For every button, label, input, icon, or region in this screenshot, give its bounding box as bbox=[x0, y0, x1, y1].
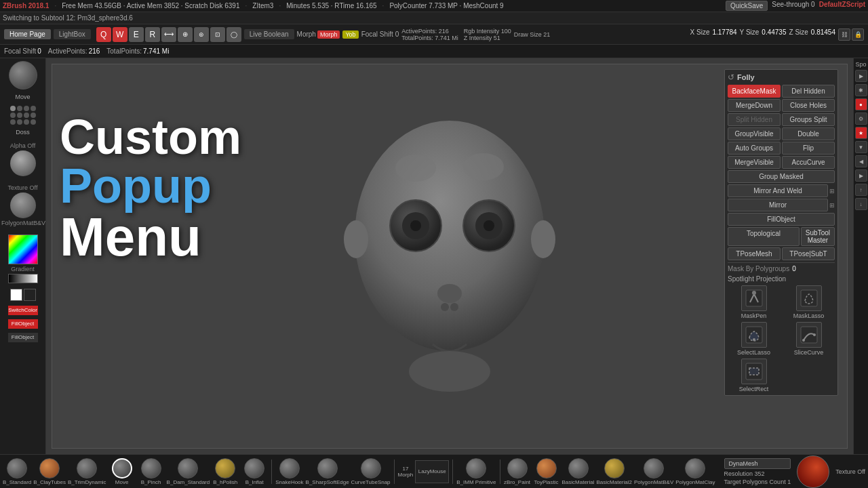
misc-btn1[interactable]: ⊕ bbox=[178, 27, 193, 42]
side-icon-3[interactable]: ● bbox=[855, 98, 867, 110]
merge-visible-btn[interactable]: MergeVisible bbox=[728, 156, 781, 169]
link-size-btn[interactable]: ⛓ bbox=[838, 28, 850, 41]
morph-bottom-label: Morph bbox=[398, 472, 414, 478]
alpha-sphere[interactable] bbox=[10, 150, 36, 176]
left-panel: Move Doss Alpha Off Texture Off FolygonM… bbox=[0, 58, 46, 454]
accu-curve-btn[interactable]: AccuCurve bbox=[782, 156, 835, 169]
group-visible-btn[interactable]: GroupVisible bbox=[728, 127, 781, 140]
brush-curvetubesnap[interactable]: CurveTubeSnap bbox=[351, 458, 391, 485]
close-holes-btn[interactable]: Close Holes bbox=[782, 99, 835, 112]
mat-polygonmatbv[interactable]: PolygonMatB&V bbox=[634, 458, 673, 485]
auto-groups-btn[interactable]: Auto Groups bbox=[728, 142, 781, 155]
flip-btn[interactable]: Flip bbox=[782, 142, 835, 155]
fill-object-btn[interactable]: FillObject bbox=[8, 319, 38, 329]
color-picker[interactable] bbox=[8, 235, 38, 264]
move-mode-btn[interactable]: W bbox=[113, 27, 127, 42]
double-btn[interactable]: Double bbox=[782, 127, 835, 140]
merge-down-btn[interactable]: MergeDown bbox=[728, 99, 781, 112]
brush-b-pinch[interactable]: B_Pinch bbox=[138, 458, 165, 485]
brush-b-dam[interactable]: B_Dam_Standard bbox=[167, 458, 210, 485]
mask-polygroups-row: Mask By Polygroups 0 bbox=[728, 265, 835, 272]
brush-sharpedge[interactable]: B_SharpSoftEdge bbox=[306, 458, 349, 485]
backface-mask-btn[interactable]: BackfaceMask bbox=[728, 85, 781, 98]
misc-btn2[interactable]: ⊚ bbox=[194, 27, 209, 42]
mirror-btn[interactable]: Mirror bbox=[728, 199, 828, 211]
brush-label-standard: B_Standard bbox=[3, 479, 31, 485]
popup-title: Folly bbox=[737, 73, 755, 81]
topological-btn[interactable]: Topological bbox=[728, 227, 800, 246]
morph-btn[interactable]: Morph bbox=[317, 30, 340, 39]
side-icon-8[interactable]: ▶ bbox=[855, 169, 867, 182]
tpose-subt-btn[interactable]: TPose|SubT bbox=[782, 247, 835, 260]
brush-move[interactable]: Move bbox=[108, 458, 136, 485]
fill-object-popup-btn[interactable]: FillObject bbox=[728, 213, 835, 226]
dynmesh-btn[interactable]: DynaMesh bbox=[724, 458, 791, 469]
side-icon-4[interactable]: ⚙ bbox=[855, 113, 867, 125]
selectrect-label: SelectRect bbox=[739, 386, 769, 392]
default-zscript[interactable]: DefaultZScript bbox=[819, 1, 865, 11]
subtool-master-btn[interactable]: SubToolMaster bbox=[801, 227, 835, 246]
brush-b-inflat[interactable]: B_Inflat bbox=[241, 458, 268, 485]
brush-b-claytube[interactable]: B_ClayTubes bbox=[33, 458, 66, 485]
preview-sphere[interactable] bbox=[797, 455, 829, 488]
tab-live-boolean[interactable]: Live Boolean bbox=[244, 29, 294, 39]
tab-home-page[interactable]: Home Page bbox=[4, 29, 51, 39]
groups-split-btn[interactable]: Groups Split bbox=[782, 113, 835, 126]
spotlight-masklasso[interactable]: MaskLasso bbox=[783, 285, 835, 319]
gradient-bar[interactable] bbox=[8, 274, 38, 283]
brush-zmodeler[interactable]: B_IMM Primitive bbox=[456, 458, 496, 485]
spotlight-selectrect[interactable]: SelectRect bbox=[728, 359, 780, 392]
total-val: 7.741 Mi bbox=[143, 47, 169, 55]
split-hidden-btn[interactable]: Split Hidden bbox=[728, 113, 781, 126]
masklasso-icon bbox=[796, 285, 822, 311]
tab-lightbox[interactable]: LightBox bbox=[54, 29, 91, 39]
spotlight-selectlasso[interactable]: SelectLasso bbox=[728, 322, 780, 356]
brush-b-trimdynamic[interactable]: B_TrimDynamic bbox=[68, 458, 106, 485]
mat-basic[interactable]: BasicMaterial bbox=[562, 458, 595, 485]
scale-mode-btn[interactable]: E bbox=[129, 27, 144, 42]
mat-label-basic2: BasicMaterial2 bbox=[597, 479, 632, 485]
texture-sphere[interactable] bbox=[10, 192, 36, 218]
morph-group-bottom: 17 Morph bbox=[398, 466, 414, 478]
side-icon-7[interactable]: ◀ bbox=[855, 155, 867, 167]
move-label: Move bbox=[15, 94, 30, 100]
mat-polygonmatclay[interactable]: PolygonMatClay bbox=[675, 458, 715, 485]
draw-mode-btn[interactable]: Q bbox=[96, 27, 111, 42]
mirror-and-weld-btn[interactable]: Mirror And Weld bbox=[728, 184, 828, 197]
tpose-mesh-btn[interactable]: TPoseMesh bbox=[728, 247, 781, 260]
brush-b-hpolish[interactable]: B_hPolish bbox=[212, 458, 239, 485]
main-brush-sphere[interactable] bbox=[9, 61, 37, 89]
bg-color[interactable] bbox=[24, 289, 36, 301]
spotlight-maskpen[interactable]: MaskPen bbox=[728, 285, 780, 319]
quicksave-btn[interactable]: QuickSave bbox=[726, 1, 768, 11]
side-icon-2[interactable]: ✱ bbox=[855, 84, 867, 96]
brush-label-pinch: B_Pinch bbox=[141, 479, 161, 485]
lock-size-btn[interactable]: 🔒 bbox=[852, 28, 864, 41]
mat-basic2[interactable]: BasicMaterial2 bbox=[597, 458, 632, 485]
side-icon-5[interactable]: ★ bbox=[855, 127, 867, 139]
focal-label: Focal Shift bbox=[4, 47, 36, 55]
switch-color-btn[interactable]: SwitchColor bbox=[8, 306, 38, 315]
mat-toyplastic[interactable]: ToyPlastic bbox=[533, 458, 560, 485]
rotate-mode-btn[interactable]: R bbox=[145, 27, 160, 42]
popup-refresh-icon[interactable]: ↺ bbox=[728, 73, 734, 82]
misc-btn3[interactable]: ⊡ bbox=[210, 27, 225, 42]
group-masked-btn[interactable]: Group Masked bbox=[728, 170, 835, 183]
side-icon-1[interactable]: ▶ bbox=[855, 70, 867, 82]
fg-color[interactable] bbox=[10, 289, 22, 301]
yob-btn[interactable]: Yob bbox=[342, 30, 358, 39]
brush-snakehook[interactable]: SnakeHook bbox=[275, 458, 303, 485]
brush-b-standard[interactable]: B_Standard bbox=[3, 458, 31, 485]
del-hidden-btn[interactable]: Del Hidden bbox=[782, 85, 835, 98]
side-icon-6[interactable]: ▼ bbox=[855, 141, 867, 153]
spotlight-slicecurve[interactable]: SliceCurve bbox=[783, 322, 835, 356]
top-bar: ZBrush 2018.1 · Free Mem 43.56GB · Activ… bbox=[0, 0, 868, 12]
brush-label-claytube: B_ClayTubes bbox=[33, 479, 66, 485]
misc-btn4[interactable]: ◯ bbox=[226, 27, 241, 42]
side-icon-10[interactable]: ↓ bbox=[855, 198, 867, 210]
side-icon-9[interactable]: ↑ bbox=[855, 184, 867, 196]
lazy-mouse-label: LazyMouse bbox=[418, 468, 446, 474]
symmetry-btn[interactable]: ⟷ bbox=[161, 27, 176, 42]
maskpen-icon bbox=[741, 285, 767, 311]
mat-zbro-paint[interactable]: zBro_Paint bbox=[504, 458, 531, 485]
